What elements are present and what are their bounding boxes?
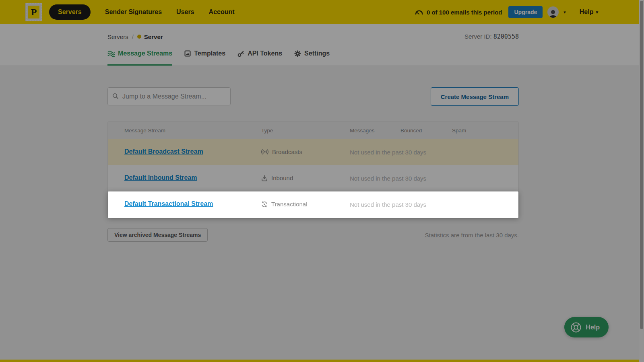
stream-link-transactional[interactable]: Default Transactional Stream <box>124 200 213 208</box>
stream-type-label: Transactional <box>271 201 308 208</box>
transactional-icon <box>261 201 268 208</box>
table-row-transactional: Default Transactional Stream Transaction… <box>108 191 518 218</box>
dim-overlay <box>0 0 644 362</box>
stream-usage-note: Not used in the past 30 days <box>350 201 426 208</box>
stream-type-transactional: Transactional <box>261 201 308 208</box>
